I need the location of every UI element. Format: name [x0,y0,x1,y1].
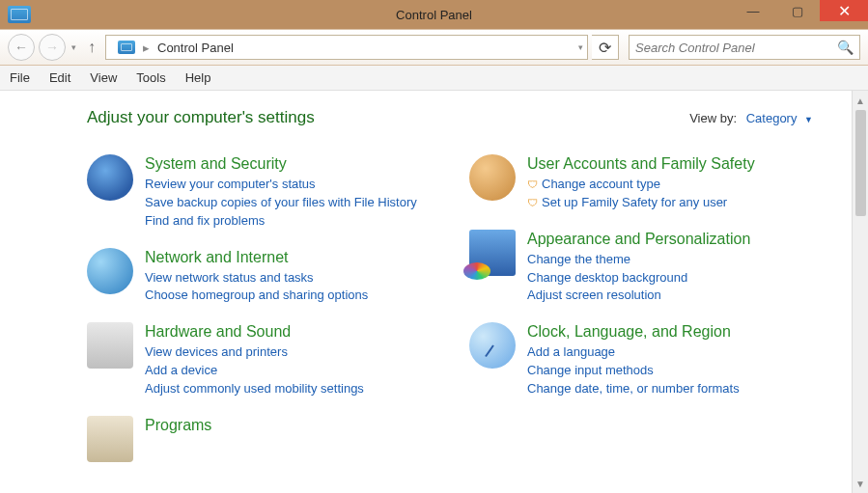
category-user-accounts: User Accounts and Family Safety Change a… [469,154,813,212]
menu-view[interactable]: View [90,70,117,85]
search-box[interactable]: 🔍 [629,35,860,60]
category-link[interactable]: View devices and printers [145,343,431,362]
scroll-thumb[interactable] [855,110,866,216]
menu-bar: File Edit View Tools Help [0,66,868,91]
category-title[interactable]: System and Security [145,154,431,174]
category-title[interactable]: Appearance and Personalization [527,230,813,249]
printer-icon [87,322,133,369]
category-link[interactable]: Adjust screen resolution [527,287,813,305]
content-scroll: Adjust your computer's settings View by:… [0,91,852,493]
refresh-button[interactable]: ⟳ [592,35,619,60]
users-icon [469,154,516,201]
menu-file[interactable]: File [10,70,30,85]
clock-icon [469,322,516,369]
breadcrumb-separator-icon: ▸ [143,41,150,55]
menu-edit[interactable]: Edit [49,70,70,85]
category-title[interactable]: Programs [145,416,431,435]
category-title[interactable]: Network and Internet [145,248,431,267]
category-link[interactable]: Change desktop background [527,269,813,288]
history-dropdown-icon[interactable]: ▾ [71,42,76,52]
category-link[interactable]: Adjust commonly used mobility settings [145,380,431,398]
category-link[interactable]: Change input methods [527,362,813,380]
category-link[interactable]: Change the theme [527,251,813,269]
category-link[interactable]: Review your computer's status [145,176,431,194]
category-columns: System and Security Review your computer… [87,154,813,462]
category-title[interactable]: User Accounts and Family Safety [527,154,813,174]
category-link[interactable]: Find and fix problems [145,212,431,231]
vertical-scrollbar[interactable]: ▲ ▼ [852,91,868,493]
category-hardware-sound: Hardware and Sound View devices and prin… [87,322,431,398]
category-title[interactable]: Hardware and Sound [145,322,431,342]
forward-button[interactable]: → [39,34,66,61]
content-area: Adjust your computer's settings View by:… [0,91,868,493]
programs-icon [87,416,133,462]
breadcrumb-item[interactable]: Control Panel [157,41,234,55]
scroll-up-icon[interactable]: ▲ [855,93,865,108]
category-link[interactable]: Choose homegroup and sharing options [145,287,431,305]
category-link[interactable]: Set up Family Safety for any user [527,194,813,212]
category-title[interactable]: Clock, Language, and Region [527,322,813,342]
navigation-toolbar: ← → ▾ ↑ ▸ Control Panel ▾ ⟳ 🔍 [0,29,868,66]
search-input[interactable] [635,41,837,55]
category-network-internet: Network and Internet View network status… [87,248,431,306]
chevron-down-icon[interactable]: ▼ [804,115,813,124]
address-bar[interactable]: ▸ Control Panel ▾ [105,35,588,60]
category-link[interactable]: Save backup copies of your files with Fi… [145,194,431,212]
view-by-label: View by: [689,111,737,125]
menu-help[interactable]: Help [185,70,211,85]
control-panel-window: Control Panel — ▢ ✕ ← → ▾ ↑ ▸ Control Pa… [0,0,868,493]
globe-icon [87,248,133,294]
category-link[interactable]: Change date, time, or number formats [527,380,813,398]
category-programs: Programs [87,416,431,462]
category-system-security: System and Security Review your computer… [87,154,431,231]
titlebar[interactable]: Control Panel — ▢ ✕ [0,0,868,29]
shield-icon [87,154,133,201]
category-link[interactable]: Change account type [527,176,813,194]
scroll-down-icon[interactable]: ▼ [855,476,865,491]
category-appearance: Appearance and Personalization Change th… [469,230,813,306]
category-link[interactable]: View network status and tasks [145,269,431,288]
view-by-value[interactable]: Category [746,111,798,125]
up-button[interactable]: ↑ [88,39,96,56]
back-button[interactable]: ← [8,34,35,61]
left-column: System and Security Review your computer… [87,154,431,462]
content-header: Adjust your computer's settings View by:… [87,108,813,127]
category-clock-language-region: Clock, Language, and Region Add a langua… [469,322,813,398]
right-column: User Accounts and Family Safety Change a… [469,154,813,462]
category-link[interactable]: Add a device [145,362,431,380]
page-heading: Adjust your computer's settings [87,108,315,127]
menu-tools[interactable]: Tools [136,70,165,85]
appearance-icon [469,230,516,276]
address-icon [118,41,135,54]
address-dropdown-icon[interactable]: ▾ [578,42,583,52]
view-by: View by: Category ▼ [689,111,813,125]
window-title: Control Panel [0,8,868,22]
search-icon[interactable]: 🔍 [837,40,854,55]
category-link[interactable]: Add a language [527,343,813,362]
